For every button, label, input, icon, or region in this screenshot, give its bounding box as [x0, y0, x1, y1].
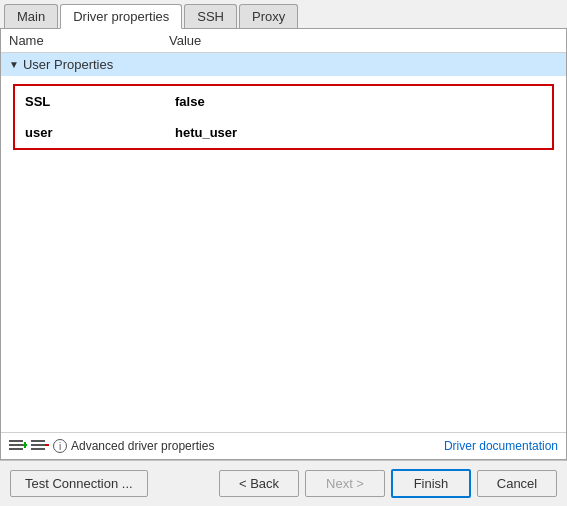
property-value-ssl: false [175, 94, 205, 109]
svg-rect-8 [45, 444, 49, 446]
tab-driver-properties[interactable]: Driver properties [60, 4, 182, 29]
table-row: user hetu_user [15, 117, 552, 148]
col-name-header: Name [9, 33, 169, 48]
tab-ssh[interactable]: SSH [184, 4, 237, 28]
svg-rect-6 [31, 444, 45, 446]
back-button[interactable]: < Back [219, 470, 299, 497]
finish-button[interactable]: Finish [391, 469, 471, 498]
section-label: User Properties [23, 57, 113, 72]
bottom-toolbar: i Advanced driver properties Driver docu… [1, 432, 566, 459]
table-row: SSL false [15, 86, 552, 117]
section-user-properties[interactable]: ▼ User Properties [1, 53, 566, 76]
content-area: Name Value ▼ User Properties SSL false u… [0, 29, 567, 460]
footer: Test Connection ... < Back Next > Finish… [0, 460, 567, 506]
info-icon: i [53, 439, 67, 453]
test-connection-button[interactable]: Test Connection ... [10, 470, 148, 497]
remove-property-icon[interactable] [31, 439, 49, 453]
next-button[interactable]: Next > [305, 470, 385, 497]
table-header: Name Value [1, 29, 566, 53]
tab-proxy[interactable]: Proxy [239, 4, 298, 28]
svg-rect-7 [31, 448, 45, 450]
add-property-icon[interactable] [9, 439, 27, 453]
advanced-label: Advanced driver properties [71, 439, 214, 453]
advanced-driver-properties[interactable]: i Advanced driver properties [53, 439, 214, 453]
properties-box: SSL false user hetu_user [13, 84, 554, 150]
svg-rect-0 [9, 440, 23, 442]
col-value-header: Value [169, 33, 201, 48]
tab-main[interactable]: Main [4, 4, 58, 28]
tab-bar: Main Driver properties SSH Proxy [0, 0, 567, 29]
cancel-button[interactable]: Cancel [477, 470, 557, 497]
svg-rect-2 [9, 448, 23, 450]
svg-rect-1 [9, 444, 23, 446]
chevron-down-icon: ▼ [9, 59, 19, 70]
property-value-user: hetu_user [175, 125, 237, 140]
property-name-user: user [25, 125, 175, 140]
property-name-ssl: SSL [25, 94, 175, 109]
svg-rect-4 [24, 442, 26, 448]
driver-documentation-link[interactable]: Driver documentation [444, 439, 558, 453]
svg-rect-5 [31, 440, 45, 442]
